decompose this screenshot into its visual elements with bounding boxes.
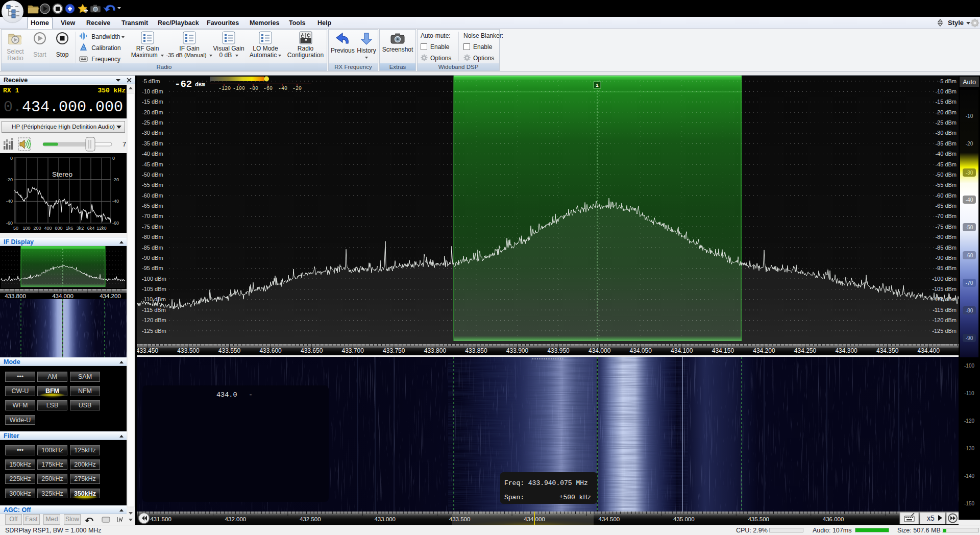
svg-text:434.200: 434.200: [100, 293, 121, 299]
svg-text:-120 dBm: -120 dBm: [932, 317, 957, 323]
svg-text:-110 dBm: -110 dBm: [933, 296, 957, 302]
svg-text:-10: -10: [966, 113, 973, 119]
svg-text:-60 dBm: -60 dBm: [935, 192, 957, 199]
svg-text:-125 dBm: -125 dBm: [932, 328, 957, 334]
svg-text:433.700: 433.700: [342, 347, 364, 354]
svg-text:434.300: 434.300: [835, 347, 857, 354]
svg-text:Stereo: Stereo: [52, 171, 72, 178]
svg-text:-70 dBm: -70 dBm: [935, 213, 957, 219]
svg-text:-20 dBm: -20 dBm: [935, 109, 957, 115]
svg-text:-120: -120: [964, 418, 974, 424]
svg-text:-20 dBm: -20 dBm: [142, 109, 163, 115]
svg-text:436.000: 436.000: [823, 516, 844, 522]
svg-text:x5: x5: [927, 514, 935, 522]
svg-text:6k4: 6k4: [87, 226, 95, 231]
svg-text:±500 kHz: ±500 kHz: [559, 494, 591, 501]
svg-text:434.400: 434.400: [918, 347, 940, 354]
svg-text:433.800: 433.800: [424, 347, 447, 354]
svg-text:-75 dBm: -75 dBm: [142, 224, 163, 230]
svg-text:433.450: 433.450: [137, 347, 158, 354]
svg-text:0: 0: [10, 156, 13, 161]
svg-text:-70 dBm: -70 dBm: [142, 213, 163, 219]
svg-text:-35 dBm: -35 dBm: [142, 140, 163, 147]
svg-text:434.200: 434.200: [753, 347, 775, 354]
svg-text:-65 dBm: -65 dBm: [142, 203, 163, 209]
svg-text:434.250: 434.250: [794, 347, 817, 354]
svg-text:-10 dBm: -10 dBm: [935, 88, 957, 94]
svg-text:434.050: 434.050: [630, 347, 652, 354]
svg-text:434.000: 434.000: [589, 347, 611, 354]
svg-text:-125 dBm: -125 dBm: [142, 328, 166, 334]
svg-text:-85 dBm: -85 dBm: [142, 245, 163, 251]
svg-text:-60: -60: [112, 221, 119, 226]
svg-text:-35 dBm: -35 dBm: [935, 140, 957, 147]
svg-text:-120 dBm: -120 dBm: [142, 317, 166, 323]
svg-text:1: 1: [596, 82, 599, 88]
svg-text:-85 dBm: -85 dBm: [935, 245, 957, 251]
svg-text:-10 dBm: -10 dBm: [142, 88, 163, 94]
svg-text:433.000: 433.000: [374, 516, 396, 522]
svg-text:433.900: 433.900: [506, 347, 529, 354]
svg-text:-5 dBm: -5 dBm: [142, 78, 160, 84]
svg-text:-30 dBm: -30 dBm: [935, 130, 957, 136]
svg-text:435.500: 435.500: [748, 516, 769, 522]
svg-text:12k8: 12k8: [96, 226, 107, 231]
svg-text:-100 dBm: -100 dBm: [932, 276, 957, 282]
svg-text:-55 dBm: -55 dBm: [142, 182, 163, 188]
svg-text:-60: -60: [263, 86, 273, 91]
svg-text:-45 dBm: -45 dBm: [935, 161, 957, 167]
svg-text:432.000: 432.000: [225, 516, 247, 522]
svg-text:dBm: dBm: [195, 82, 205, 88]
svg-text:-115 dBm: -115 dBm: [933, 307, 957, 313]
svg-text:433.750: 433.750: [383, 347, 405, 354]
svg-text:-40: -40: [966, 197, 973, 203]
svg-text:-15 dBm: -15 dBm: [142, 99, 163, 105]
svg-text:-80: -80: [966, 308, 973, 313]
svg-text:-20: -20: [6, 177, 13, 182]
svg-text:-20: -20: [112, 177, 119, 182]
svg-text:-95 dBm: -95 dBm: [142, 265, 163, 271]
svg-text:-80: -80: [249, 86, 258, 91]
svg-text:433.500: 433.500: [449, 516, 471, 522]
svg-text:100: 100: [22, 226, 30, 231]
svg-text:-50: -50: [966, 225, 973, 230]
svg-text:-60: -60: [6, 221, 13, 226]
svg-text:-40: -40: [278, 86, 287, 91]
svg-text:434.000: 434.000: [52, 293, 74, 299]
svg-text:7: 7: [122, 140, 126, 148]
svg-text:Freq: 433.940.075 MHz: Freq: 433.940.075 MHz: [504, 479, 588, 487]
svg-text:-40 dBm: -40 dBm: [935, 151, 957, 157]
svg-text:-90: -90: [966, 335, 973, 341]
svg-text:-140: -140: [964, 473, 974, 479]
svg-text:-55 dBm: -55 dBm: [935, 182, 957, 188]
svg-text:433.850: 433.850: [465, 347, 487, 354]
svg-text:-25 dBm: -25 dBm: [935, 119, 957, 126]
svg-text:-110: -110: [964, 391, 974, 396]
svg-text:-100: -100: [964, 363, 974, 369]
svg-text:433.650: 433.650: [301, 347, 323, 354]
svg-text:-62: -62: [175, 79, 192, 90]
svg-text:434.100: 434.100: [671, 347, 693, 354]
svg-text:-120: -120: [218, 86, 231, 91]
svg-text:433.550: 433.550: [218, 347, 241, 354]
svg-text:-100 dBm: -100 dBm: [142, 276, 166, 282]
svg-text:433.600: 433.600: [259, 347, 282, 354]
svg-text:434.350: 434.350: [876, 347, 899, 354]
svg-text:-60 dBm: -60 dBm: [142, 192, 163, 199]
svg-text:-65 dBm: -65 dBm: [935, 203, 957, 209]
svg-text:-25 dBm: -25 dBm: [142, 119, 163, 126]
svg-text:433.800: 433.800: [5, 293, 26, 299]
svg-text:434.150: 434.150: [712, 347, 734, 354]
svg-text:434.500: 434.500: [599, 516, 620, 522]
svg-text:-40: -40: [112, 199, 119, 204]
svg-text:433.950: 433.950: [547, 347, 570, 354]
svg-text:200: 200: [33, 226, 41, 231]
svg-text:433.500: 433.500: [177, 347, 200, 354]
svg-text:-40: -40: [6, 199, 13, 204]
svg-text:-95 dBm: -95 dBm: [935, 265, 957, 271]
svg-text:-50 dBm: -50 dBm: [935, 172, 957, 178]
svg-text:-45 dBm: -45 dBm: [142, 161, 163, 167]
svg-text:-105 dBm: -105 dBm: [142, 286, 166, 292]
svg-text:434.0: 434.0: [216, 391, 237, 399]
svg-text:-150: -150: [964, 501, 974, 506]
